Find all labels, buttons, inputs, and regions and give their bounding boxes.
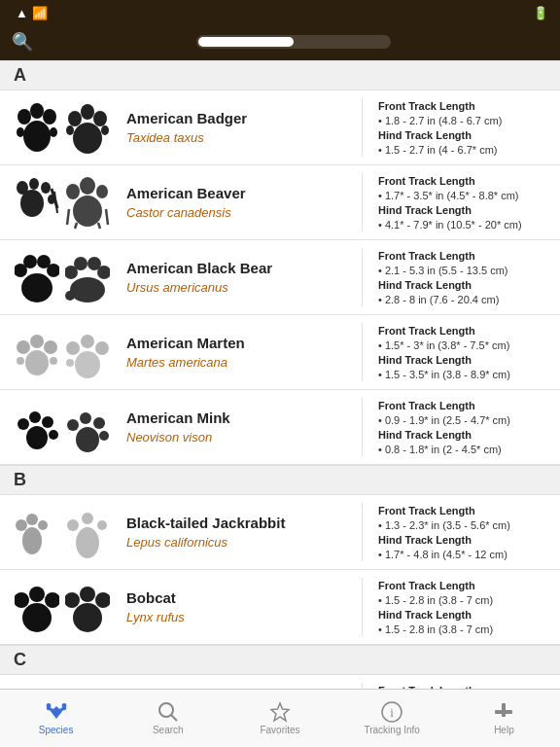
hind-track-value: 1.5 - 2.7 in (4 - 6.7* cm) xyxy=(378,144,550,156)
tab-help[interactable]: Help xyxy=(448,690,560,747)
hind-track-image xyxy=(64,173,111,231)
svg-point-21 xyxy=(80,177,95,195)
front-track-value: 2.1 - 5.3 in (5.5 - 13.5 cm) xyxy=(378,265,550,276)
tab-tracking-info[interactable]: i Tracking Info xyxy=(336,690,448,747)
hind-track-value: 1.5 - 3.5* in (3.8 - 8.9* cm) xyxy=(378,369,550,380)
front-track-label: Front Track Length xyxy=(378,175,550,187)
svg-point-65 xyxy=(82,513,93,524)
animal-latin-name: Taxidea taxus xyxy=(126,130,358,145)
search-icon[interactable]: 🔍 xyxy=(12,31,39,53)
animal-row[interactable]: BobcatLynx rufusFront Track Length1.5 - … xyxy=(0,570,560,645)
front-track-label: Front Track Length xyxy=(378,580,550,591)
favorites-icon xyxy=(269,701,291,723)
animal-info: BobcatLynx rufus xyxy=(122,578,363,636)
animal-row[interactable]: Black-tailed JackrabbitLepus californicu… xyxy=(0,495,560,570)
svg-point-60 xyxy=(16,519,27,531)
front-track-label: Front Track Length xyxy=(378,100,550,112)
hind-track-label: Hind Track Length xyxy=(378,609,550,621)
svg-point-43 xyxy=(50,357,57,365)
track-images xyxy=(10,173,115,231)
svg-point-64 xyxy=(67,519,79,531)
track-images xyxy=(10,323,115,381)
svg-point-1 xyxy=(18,109,31,124)
front-track-label: Front Track Length xyxy=(378,505,550,516)
animal-latin-name: Ursus americanus xyxy=(126,280,358,295)
track-images xyxy=(10,578,115,636)
animal-name: American Black Bear xyxy=(126,260,358,276)
hind-track-image xyxy=(64,248,111,306)
animal-name: American Mink xyxy=(126,409,358,426)
svg-point-52 xyxy=(42,416,53,428)
svg-point-69 xyxy=(29,587,45,602)
front-track-image xyxy=(14,323,60,381)
animal-name: American Badger xyxy=(126,110,358,126)
svg-point-44 xyxy=(75,351,100,378)
wifi-icon: 📶 xyxy=(32,6,48,20)
animal-info: American BadgerTaxidea taxus xyxy=(122,98,363,157)
front-track-image xyxy=(14,248,60,306)
svg-point-29 xyxy=(23,255,37,268)
svg-point-27 xyxy=(21,273,52,302)
hind-track-label: Hind Track Length xyxy=(378,204,550,216)
animal-row[interactable]: American BadgerTaxidea taxusFront Track … xyxy=(0,90,560,165)
section-header-b: B xyxy=(0,465,560,495)
status-right: 🔋 xyxy=(529,6,548,20)
animal-latin-name: Neovison vison xyxy=(126,430,358,445)
track-measurements: Front Track Length1.5* - 3* in (3.8* - 7… xyxy=(370,323,550,381)
svg-point-53 xyxy=(49,430,58,440)
front-track-image xyxy=(14,398,60,456)
animal-name: Bobcat xyxy=(126,589,358,606)
tracking-info-label: Tracking Info xyxy=(364,725,419,735)
animal-info: American MinkNeovison vison xyxy=(122,398,363,456)
header: 🔍 xyxy=(0,25,560,60)
svg-point-46 xyxy=(81,335,94,348)
hind-track-image xyxy=(64,98,111,157)
svg-point-2 xyxy=(30,103,44,119)
tab-favorites[interactable]: Favorites xyxy=(224,690,335,747)
hind-track-value: 2.8 - 8 in (7.6 - 20.4 cm) xyxy=(378,294,550,305)
svg-point-63 xyxy=(76,527,99,558)
segment-common[interactable] xyxy=(198,37,294,47)
track-measurements: Front Track Length1.3 - 2.3* in (3.5 - 5… xyxy=(370,503,550,561)
hind-track-value: 0.8 - 1.8* in (2 - 4.5* cm) xyxy=(378,444,550,455)
hind-track-value: 1.7* - 4.8 in (4.5* - 12 cm) xyxy=(378,549,550,560)
hind-track-image xyxy=(64,398,111,456)
section-header-a: A xyxy=(0,60,560,90)
front-track-image xyxy=(14,578,60,636)
tab-search[interactable]: Search xyxy=(112,690,224,747)
svg-point-11 xyxy=(101,125,109,135)
hind-track-image xyxy=(64,503,111,561)
svg-point-67 xyxy=(22,603,52,632)
animal-row[interactable]: American Black BearUrsus americanusFront… xyxy=(0,240,560,315)
front-track-value: 1.7* - 3.5* in (4.5* - 8.8* cm) xyxy=(378,190,550,201)
help-icon xyxy=(493,701,514,723)
svg-line-26 xyxy=(106,209,108,225)
hind-track-image xyxy=(64,323,111,381)
svg-point-41 xyxy=(44,340,57,354)
status-bar: ▲ 📶 🔋 xyxy=(0,0,560,25)
status-left: ▲ 📶 xyxy=(12,6,48,20)
track-measurements: Front Track Length2.1 - 5.3 in (5.5 - 13… xyxy=(370,248,550,306)
animal-name: American Beaver xyxy=(126,185,358,201)
tab-species[interactable]: Species xyxy=(0,690,112,747)
svg-point-49 xyxy=(26,426,48,449)
svg-point-42 xyxy=(17,357,24,365)
animal-info: Black-tailed JackrabbitLepus californicu… xyxy=(122,503,363,561)
front-track-image xyxy=(14,503,60,561)
animal-row[interactable]: American MinkNeovison visonFront Track L… xyxy=(0,390,560,465)
track-measurements: Front Track Length1.7* - 3.5* in (4.5* -… xyxy=(370,173,550,231)
svg-point-45 xyxy=(66,341,80,355)
segment-latin[interactable] xyxy=(294,37,389,47)
svg-point-74 xyxy=(95,592,110,608)
segment-control xyxy=(196,35,391,49)
track-images xyxy=(10,248,115,306)
hind-track-value: 1.5 - 2.8 in (3.8 - 7 cm) xyxy=(378,623,550,635)
animal-row[interactable]: ChipmunksTamius spp.Front Track Length0.… xyxy=(0,675,560,689)
svg-text:i: i xyxy=(390,705,394,720)
animal-row[interactable]: American BeaverCastor canadensisFront Tr… xyxy=(0,165,560,240)
svg-point-37 xyxy=(65,291,75,301)
animal-row[interactable]: American MartenMartes americanaFront Tra… xyxy=(0,315,560,390)
animal-latin-name: Castor canadensis xyxy=(126,205,358,220)
svg-line-24 xyxy=(75,223,77,229)
hind-track-label: Hind Track Length xyxy=(378,129,550,141)
